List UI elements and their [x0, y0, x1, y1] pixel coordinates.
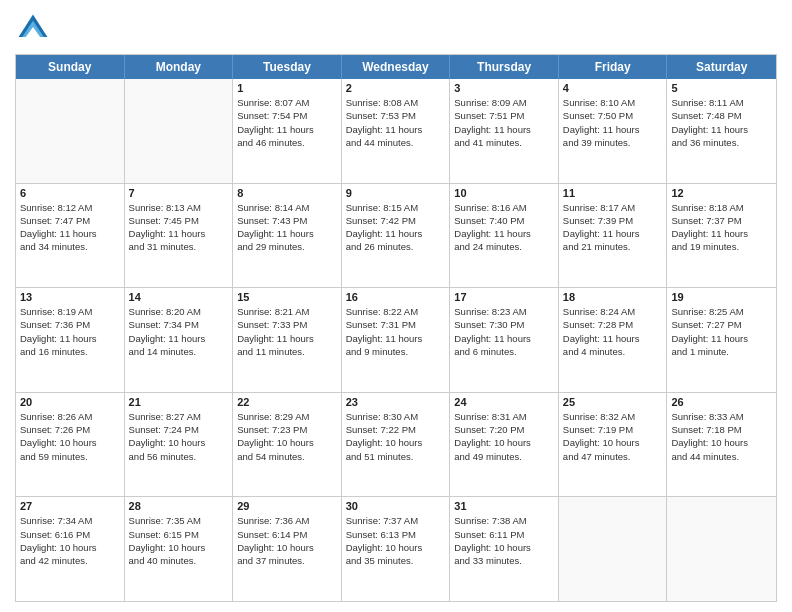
day-cell-1: 1Sunrise: 8:07 AMSunset: 7:54 PMDaylight…: [233, 79, 342, 183]
calendar-row-4: 27Sunrise: 7:34 AMSunset: 6:16 PMDayligh…: [16, 497, 776, 601]
cell-info: Sunrise: 8:29 AMSunset: 7:23 PMDaylight:…: [237, 410, 337, 463]
day-number: 3: [454, 82, 554, 94]
page: SundayMondayTuesdayWednesdayThursdayFrid…: [0, 0, 792, 612]
cell-info: Sunrise: 7:34 AMSunset: 6:16 PMDaylight:…: [20, 514, 120, 567]
day-cell-31: 31Sunrise: 7:38 AMSunset: 6:11 PMDayligh…: [450, 497, 559, 601]
empty-cell: [16, 79, 125, 183]
day-cell-29: 29Sunrise: 7:36 AMSunset: 6:14 PMDayligh…: [233, 497, 342, 601]
day-cell-5: 5Sunrise: 8:11 AMSunset: 7:48 PMDaylight…: [667, 79, 776, 183]
calendar-row-1: 6Sunrise: 8:12 AMSunset: 7:47 PMDaylight…: [16, 184, 776, 289]
day-number: 18: [563, 291, 663, 303]
day-number: 30: [346, 500, 446, 512]
day-number: 4: [563, 82, 663, 94]
day-cell-24: 24Sunrise: 8:31 AMSunset: 7:20 PMDayligh…: [450, 393, 559, 497]
cell-info: Sunrise: 8:19 AMSunset: 7:36 PMDaylight:…: [20, 305, 120, 358]
day-cell-2: 2Sunrise: 8:08 AMSunset: 7:53 PMDaylight…: [342, 79, 451, 183]
day-number: 23: [346, 396, 446, 408]
cell-info: Sunrise: 8:24 AMSunset: 7:28 PMDaylight:…: [563, 305, 663, 358]
calendar-header: SundayMondayTuesdayWednesdayThursdayFrid…: [16, 55, 776, 79]
day-number: 5: [671, 82, 772, 94]
cell-info: Sunrise: 7:35 AMSunset: 6:15 PMDaylight:…: [129, 514, 229, 567]
day-cell-21: 21Sunrise: 8:27 AMSunset: 7:24 PMDayligh…: [125, 393, 234, 497]
calendar-body: 1Sunrise: 8:07 AMSunset: 7:54 PMDaylight…: [16, 79, 776, 601]
cell-info: Sunrise: 8:13 AMSunset: 7:45 PMDaylight:…: [129, 201, 229, 254]
day-cell-27: 27Sunrise: 7:34 AMSunset: 6:16 PMDayligh…: [16, 497, 125, 601]
day-number: 21: [129, 396, 229, 408]
day-cell-30: 30Sunrise: 7:37 AMSunset: 6:13 PMDayligh…: [342, 497, 451, 601]
day-cell-28: 28Sunrise: 7:35 AMSunset: 6:15 PMDayligh…: [125, 497, 234, 601]
cell-info: Sunrise: 8:14 AMSunset: 7:43 PMDaylight:…: [237, 201, 337, 254]
calendar: SundayMondayTuesdayWednesdayThursdayFrid…: [15, 54, 777, 602]
cell-info: Sunrise: 8:07 AMSunset: 7:54 PMDaylight:…: [237, 96, 337, 149]
cell-info: Sunrise: 8:16 AMSunset: 7:40 PMDaylight:…: [454, 201, 554, 254]
day-cell-25: 25Sunrise: 8:32 AMSunset: 7:19 PMDayligh…: [559, 393, 668, 497]
cell-info: Sunrise: 8:08 AMSunset: 7:53 PMDaylight:…: [346, 96, 446, 149]
day-cell-14: 14Sunrise: 8:20 AMSunset: 7:34 PMDayligh…: [125, 288, 234, 392]
empty-cell: [125, 79, 234, 183]
day-number: 14: [129, 291, 229, 303]
day-cell-26: 26Sunrise: 8:33 AMSunset: 7:18 PMDayligh…: [667, 393, 776, 497]
day-cell-10: 10Sunrise: 8:16 AMSunset: 7:40 PMDayligh…: [450, 184, 559, 288]
day-number: 1: [237, 82, 337, 94]
cell-info: Sunrise: 8:20 AMSunset: 7:34 PMDaylight:…: [129, 305, 229, 358]
cell-info: Sunrise: 8:15 AMSunset: 7:42 PMDaylight:…: [346, 201, 446, 254]
day-cell-16: 16Sunrise: 8:22 AMSunset: 7:31 PMDayligh…: [342, 288, 451, 392]
day-number: 16: [346, 291, 446, 303]
cell-info: Sunrise: 8:31 AMSunset: 7:20 PMDaylight:…: [454, 410, 554, 463]
day-cell-20: 20Sunrise: 8:26 AMSunset: 7:26 PMDayligh…: [16, 393, 125, 497]
cell-info: Sunrise: 8:25 AMSunset: 7:27 PMDaylight:…: [671, 305, 772, 358]
day-number: 2: [346, 82, 446, 94]
day-number: 12: [671, 187, 772, 199]
day-number: 13: [20, 291, 120, 303]
day-cell-13: 13Sunrise: 8:19 AMSunset: 7:36 PMDayligh…: [16, 288, 125, 392]
cell-info: Sunrise: 7:36 AMSunset: 6:14 PMDaylight:…: [237, 514, 337, 567]
day-cell-9: 9Sunrise: 8:15 AMSunset: 7:42 PMDaylight…: [342, 184, 451, 288]
day-number: 9: [346, 187, 446, 199]
day-number: 25: [563, 396, 663, 408]
day-number: 27: [20, 500, 120, 512]
cell-info: Sunrise: 8:21 AMSunset: 7:33 PMDaylight:…: [237, 305, 337, 358]
cell-info: Sunrise: 8:23 AMSunset: 7:30 PMDaylight:…: [454, 305, 554, 358]
day-number: 8: [237, 187, 337, 199]
cell-info: Sunrise: 8:22 AMSunset: 7:31 PMDaylight:…: [346, 305, 446, 358]
day-cell-6: 6Sunrise: 8:12 AMSunset: 7:47 PMDaylight…: [16, 184, 125, 288]
day-number: 10: [454, 187, 554, 199]
day-number: 19: [671, 291, 772, 303]
day-cell-11: 11Sunrise: 8:17 AMSunset: 7:39 PMDayligh…: [559, 184, 668, 288]
day-number: 28: [129, 500, 229, 512]
weekday-header-sunday: Sunday: [16, 55, 125, 79]
empty-cell: [667, 497, 776, 601]
day-number: 26: [671, 396, 772, 408]
day-cell-17: 17Sunrise: 8:23 AMSunset: 7:30 PMDayligh…: [450, 288, 559, 392]
calendar-row-2: 13Sunrise: 8:19 AMSunset: 7:36 PMDayligh…: [16, 288, 776, 393]
day-cell-15: 15Sunrise: 8:21 AMSunset: 7:33 PMDayligh…: [233, 288, 342, 392]
cell-info: Sunrise: 8:27 AMSunset: 7:24 PMDaylight:…: [129, 410, 229, 463]
calendar-row-0: 1Sunrise: 8:07 AMSunset: 7:54 PMDaylight…: [16, 79, 776, 184]
cell-info: Sunrise: 7:37 AMSunset: 6:13 PMDaylight:…: [346, 514, 446, 567]
day-cell-3: 3Sunrise: 8:09 AMSunset: 7:51 PMDaylight…: [450, 79, 559, 183]
empty-cell: [559, 497, 668, 601]
day-cell-23: 23Sunrise: 8:30 AMSunset: 7:22 PMDayligh…: [342, 393, 451, 497]
cell-info: Sunrise: 8:32 AMSunset: 7:19 PMDaylight:…: [563, 410, 663, 463]
logo: [15, 10, 53, 46]
weekday-header-friday: Friday: [559, 55, 668, 79]
cell-info: Sunrise: 8:10 AMSunset: 7:50 PMDaylight:…: [563, 96, 663, 149]
cell-info: Sunrise: 8:12 AMSunset: 7:47 PMDaylight:…: [20, 201, 120, 254]
day-number: 15: [237, 291, 337, 303]
day-cell-19: 19Sunrise: 8:25 AMSunset: 7:27 PMDayligh…: [667, 288, 776, 392]
cell-info: Sunrise: 7:38 AMSunset: 6:11 PMDaylight:…: [454, 514, 554, 567]
day-number: 22: [237, 396, 337, 408]
day-number: 24: [454, 396, 554, 408]
day-cell-4: 4Sunrise: 8:10 AMSunset: 7:50 PMDaylight…: [559, 79, 668, 183]
weekday-header-tuesday: Tuesday: [233, 55, 342, 79]
day-cell-18: 18Sunrise: 8:24 AMSunset: 7:28 PMDayligh…: [559, 288, 668, 392]
day-number: 31: [454, 500, 554, 512]
weekday-header-saturday: Saturday: [667, 55, 776, 79]
calendar-row-3: 20Sunrise: 8:26 AMSunset: 7:26 PMDayligh…: [16, 393, 776, 498]
cell-info: Sunrise: 8:33 AMSunset: 7:18 PMDaylight:…: [671, 410, 772, 463]
day-cell-7: 7Sunrise: 8:13 AMSunset: 7:45 PMDaylight…: [125, 184, 234, 288]
cell-info: Sunrise: 8:26 AMSunset: 7:26 PMDaylight:…: [20, 410, 120, 463]
cell-info: Sunrise: 8:18 AMSunset: 7:37 PMDaylight:…: [671, 201, 772, 254]
header: [15, 10, 777, 46]
weekday-header-thursday: Thursday: [450, 55, 559, 79]
